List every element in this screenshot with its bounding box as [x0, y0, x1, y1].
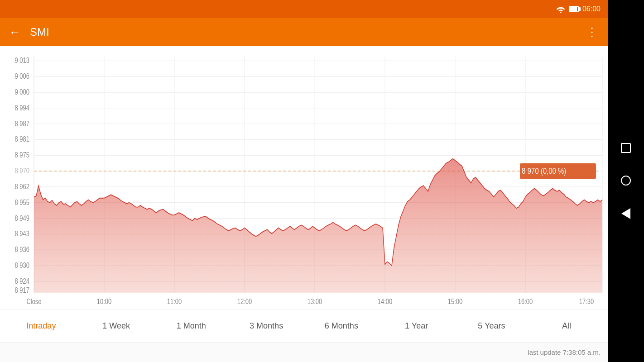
svg-text:8 987: 8 987 [14, 119, 29, 128]
svg-text:8 970: 8 970 [14, 167, 29, 175]
status-bar: 06:00 [0, 0, 608, 18]
period-6months[interactable]: 6 Months [304, 317, 379, 335]
svg-text:8 994: 8 994 [14, 104, 29, 112]
period-all[interactable]: All [529, 317, 604, 335]
wifi-icon [556, 5, 565, 13]
svg-text:15:00: 15:00 [448, 297, 463, 305]
battery-icon [569, 6, 579, 12]
svg-text:8 955: 8 955 [14, 198, 29, 206]
status-footer: last update 7:38:05 a.m. [0, 342, 608, 362]
period-1week[interactable]: 1 Week [79, 317, 154, 335]
period-selector: Intraday 1 Week 1 Month 3 Months 6 Month… [0, 310, 608, 342]
last-update: last update 7:38:05 a.m. [528, 348, 601, 356]
svg-text:9 000: 9 000 [14, 88, 29, 96]
svg-text:Close: Close [26, 297, 41, 305]
svg-text:8 930: 8 930 [14, 262, 29, 270]
svg-text:8 924: 8 924 [14, 277, 29, 285]
svg-text:12:00: 12:00 [237, 297, 252, 305]
svg-point-0 [560, 12, 561, 13]
android-nav-bar [608, 0, 644, 362]
period-5years[interactable]: 5 Years [454, 317, 529, 335]
svg-text:10:00: 10:00 [97, 297, 112, 305]
svg-text:8 949: 8 949 [14, 214, 29, 222]
chart-container: 9 013 9 006 9 000 8 994 8 987 8 981 8 97… [0, 46, 608, 310]
svg-text:13:00: 13:00 [308, 297, 322, 305]
svg-text:8 975: 8 975 [14, 151, 29, 159]
back-button[interactable]: ← [7, 24, 23, 40]
period-1year[interactable]: 1 Year [379, 317, 454, 335]
svg-text:11:00: 11:00 [167, 297, 182, 305]
chart-svg: 9 013 9 006 9 000 8 994 8 987 8 981 8 97… [0, 51, 608, 310]
svg-text:8 917: 8 917 [14, 286, 29, 294]
svg-text:8 981: 8 981 [14, 135, 29, 143]
svg-text:17:30: 17:30 [579, 297, 594, 305]
recent-apps-button[interactable] [621, 143, 631, 153]
app-title: SMI [30, 26, 577, 38]
back-nav-button[interactable] [621, 208, 630, 219]
more-button[interactable]: ⋮ [584, 24, 601, 41]
svg-text:9 013: 9 013 [14, 57, 29, 65]
home-button[interactable] [621, 176, 631, 186]
svg-text:14:00: 14:00 [378, 297, 393, 305]
period-3months[interactable]: 3 Months [229, 317, 304, 335]
svg-text:8 970 (0,00 %): 8 970 (0,00 %) [522, 167, 566, 176]
time-display: 06:00 [582, 5, 601, 13]
svg-text:8 936: 8 936 [14, 246, 29, 254]
period-1month[interactable]: 1 Month [154, 317, 229, 335]
app-bar: ← SMI ⋮ [0, 18, 608, 46]
svg-text:16:00: 16:00 [518, 297, 533, 305]
svg-text:9 006: 9 006 [14, 72, 29, 81]
svg-text:8 962: 8 962 [14, 183, 29, 191]
svg-text:8 943: 8 943 [14, 230, 29, 238]
period-intraday[interactable]: Intraday [4, 317, 79, 335]
